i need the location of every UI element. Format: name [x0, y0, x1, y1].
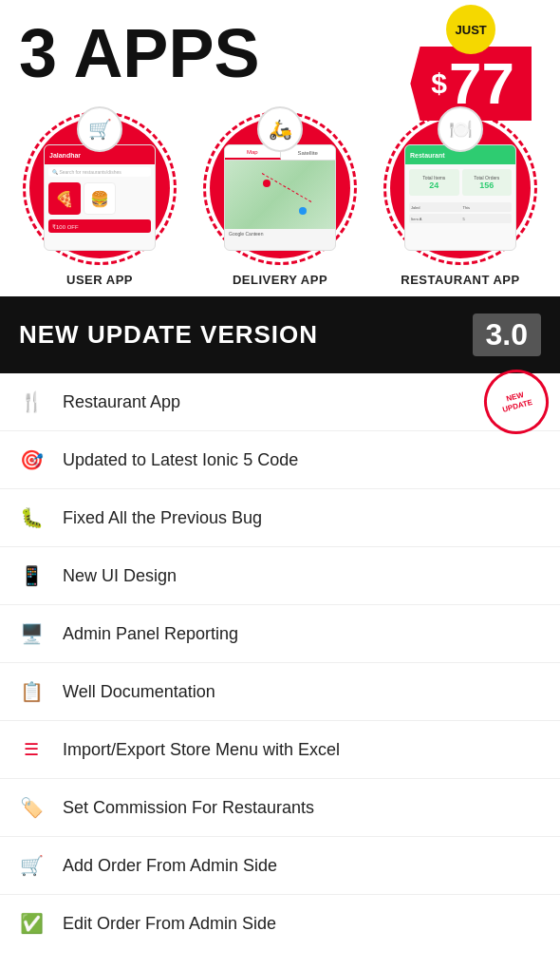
update-banner-text: NEW UPDATE VERSION	[19, 320, 318, 350]
delivery-app-label: DELIVERY APP	[233, 273, 327, 287]
import-export-icon: ☰	[14, 732, 48, 767]
feature-documentation: 📋 Well Documentation	[0, 663, 560, 721]
restaurant-app-screen: Restaurant Total Items 24 Total Orders 1…	[404, 144, 516, 251]
feature-ionic-update-text: Updated to Latest Ionic 5 Code	[63, 450, 298, 470]
version-badge: 3.0	[473, 314, 541, 356]
feature-admin-panel: 🖥️ Admin Panel Reporting	[0, 605, 560, 663]
restaurant-app-icon: 🍽️	[438, 106, 483, 152]
edit-order-icon: ✅	[14, 906, 48, 940]
feature-ui-design: 📱 New UI Design	[0, 547, 560, 605]
user-app-circle-border: 🛒 Jalandhar 🔍 Search for restaurants/dis…	[23, 111, 177, 265]
just-bubble: JUST	[446, 5, 495, 54]
price-value: 77	[449, 54, 514, 113]
feature-add-order-text: Add Order From Admin Side	[63, 856, 277, 876]
delivery-app-icon: 🛵	[257, 106, 303, 152]
restaurant-app-label: RESTAURANT APP	[401, 273, 519, 287]
user-app-icon: 🛒	[77, 106, 122, 152]
restaurant-app-feature-icon: 🍴	[14, 385, 48, 419]
feature-bug-fix: 🐛 Fixed All the Previous Bug	[0, 489, 560, 547]
feature-commission-text: Set Commission For Restaurants	[63, 798, 314, 818]
feature-restaurant-app: 🍴 Restaurant App NEW UPDATE	[0, 373, 560, 431]
feature-add-order: 🛒 Add Order From Admin Side	[0, 837, 560, 895]
delivery-app-screen: Map Satellite Google Canteen	[224, 144, 336, 251]
user-app-item: 🛒 Jalandhar 🔍 Search for restaurants/dis…	[14, 111, 185, 287]
feature-ionic-update: 🎯 Updated to Latest Ionic 5 Code	[0, 431, 560, 489]
feature-import-export: ☰ Import/Export Store Menu with Excel	[0, 721, 560, 779]
add-order-icon: 🛒	[14, 848, 48, 883]
user-app-label: USER APP	[66, 273, 133, 287]
delivery-app-item: 🛵 Map Satellite Google Canteen DELIVERY …	[195, 111, 365, 287]
ionic-update-icon: 🎯	[14, 443, 48, 477]
apps-row: 🛒 Jalandhar 🔍 Search for restaurants/dis…	[0, 102, 560, 292]
feature-bug-fix-text: Fixed All the Previous Bug	[63, 508, 262, 528]
ui-design-icon: 📱	[14, 559, 48, 593]
delivery-app-circle-border: 🛵 Map Satellite Google Canteen	[203, 111, 357, 265]
documentation-icon: 📋	[14, 674, 48, 709]
feature-commission: 🏷️ Set Commission For Restaurants	[0, 779, 560, 837]
feature-edit-order-text: Edit Order From Admin Side	[63, 914, 276, 934]
bug-fix-icon: 🐛	[14, 501, 48, 535]
restaurant-app-circle-border: 🍽️ Restaurant Total Items 24 Total Order…	[383, 111, 537, 265]
apps-title: 3 APPS	[19, 19, 259, 87]
feature-admin-panel-text: Admin Panel Reporting	[63, 624, 238, 644]
update-banner: NEW UPDATE VERSION 3.0	[0, 296, 560, 373]
price-tag-container: JUST $ 77	[410, 5, 532, 121]
feature-ui-design-text: New UI Design	[63, 566, 177, 586]
user-app-screen: Jalandhar 🔍 Search for restaurants/dishe…	[44, 144, 156, 251]
feature-import-export-text: Import/Export Store Menu with Excel	[63, 740, 340, 760]
feature-documentation-text: Well Documentation	[63, 682, 215, 702]
restaurant-app-item: 🍽️ Restaurant Total Items 24 Total Order…	[375, 111, 546, 287]
new-update-stamp: NEW UPDATE	[476, 362, 555, 441]
admin-panel-icon: 🖥️	[14, 617, 48, 651]
commission-icon: 🏷️	[14, 790, 48, 825]
feature-edit-order: ✅ Edit Order From Admin Side	[0, 895, 560, 952]
features-section: 🍴 Restaurant App NEW UPDATE 🎯 Updated to…	[0, 373, 560, 952]
feature-restaurant-app-text: Restaurant App	[63, 392, 180, 412]
dollar-sign: $	[431, 69, 447, 98]
header-section: 3 APPS JUST $ 77	[0, 0, 560, 102]
